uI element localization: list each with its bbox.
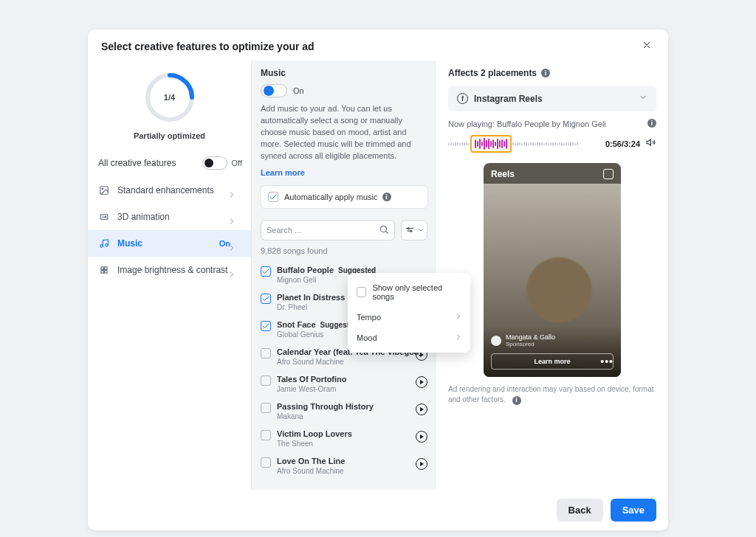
svg-point-6 (106, 244, 109, 247)
instagram-icon: f (457, 93, 468, 104)
sidebar-item-label: Image brightness & contrast (117, 265, 227, 275)
now-playing: Now playing: Buffalo People by Mignon Ge… (448, 119, 656, 129)
camera-icon (603, 169, 614, 179)
info-icon[interactable]: i (541, 69, 550, 77)
modal-title: Select creative features to optimize you… (101, 41, 315, 52)
music-icon (98, 238, 110, 249)
sidebar-item-brightness-contrast[interactable]: Image brightness & contrast (88, 257, 251, 283)
enhancements-icon (98, 184, 110, 196)
auto-apply-row[interactable]: Automatically apply music i (261, 186, 427, 208)
svg-rect-8 (105, 267, 108, 270)
close-button[interactable] (642, 40, 655, 53)
info-icon[interactable]: i (647, 119, 656, 128)
sidebar-item-label: Music (117, 238, 142, 249)
save-button[interactable]: Save (611, 499, 656, 522)
chevron-down-icon (639, 93, 647, 104)
placement-selector[interactable]: f Instagram Reels (448, 86, 656, 111)
reel-preview: Reels Mangata & Gallo Sponsored Learn mo… (484, 163, 621, 377)
audio-waveform-row: 0:56/3:24 (448, 135, 656, 153)
auto-apply-label: Automatically apply music (284, 193, 378, 201)
play-button[interactable] (416, 431, 427, 443)
song-title: Passing Through History (277, 402, 374, 411)
chevron-right-icon (454, 312, 463, 322)
song-artist: Afro Sound Machine (277, 467, 345, 475)
song-checkbox[interactable] (261, 294, 271, 304)
info-icon[interactable]: i (512, 396, 521, 405)
filter-popover: Show only selected songs Tempo Mood (348, 273, 470, 353)
disclaimer: Ad rendering and interaction may vary ba… (448, 384, 656, 405)
progress-caption: Partially optimized (134, 131, 205, 140)
svg-rect-10 (105, 271, 108, 274)
sidebar: 1/4 Partially optimized All creative fea… (88, 60, 252, 490)
filter-tempo[interactable]: Tempo (348, 307, 470, 328)
song-title: Snot FaceSuggested (277, 320, 358, 329)
song-artist: Jamie West-Oram (277, 385, 347, 393)
song-checkbox[interactable] (261, 403, 271, 413)
sidebar-item-music[interactable]: Music On (88, 230, 251, 257)
song-title: Tales Of Portofino (277, 375, 347, 384)
song-title: Victim Loop Lovers (277, 429, 352, 438)
svg-point-11 (380, 226, 386, 232)
search-icon (379, 224, 389, 236)
song-checkbox[interactable] (261, 457, 271, 468)
sidebar-item-label: Standard enhancements (117, 185, 214, 195)
progress-fraction: 1/4 (143, 71, 196, 124)
song-artist: Global Genius (277, 330, 358, 339)
preview-user: Mangata & Gallo (506, 333, 555, 341)
music-toggle[interactable] (261, 84, 287, 97)
svg-rect-7 (101, 267, 104, 270)
song-row[interactable]: Love On The LineAfro Sound Machine (261, 452, 427, 479)
info-icon[interactable]: i (382, 193, 391, 201)
filter-mood[interactable]: Mood (348, 328, 470, 348)
song-search-input[interactable]: Search ... (261, 220, 395, 240)
reels-label: Reels (491, 169, 515, 179)
brightness-icon (98, 264, 110, 276)
checkbox-icon (357, 287, 366, 297)
song-row[interactable]: Tales Of PortofinoJamie West-Oram (261, 370, 427, 398)
preview-sponsor: Sponsored (506, 341, 555, 347)
filter-button[interactable] (401, 220, 427, 240)
song-row[interactable]: Passing Through HistoryMakana (261, 398, 427, 425)
svg-point-3 (102, 188, 103, 190)
song-row[interactable]: Victim Loop LoversThe Sheen (261, 425, 427, 452)
play-button[interactable] (416, 376, 427, 388)
learn-more-link[interactable]: Learn more (261, 168, 305, 177)
audio-waveform[interactable] (448, 135, 599, 153)
back-button[interactable]: Back (557, 499, 603, 522)
song-title: Love On The Line (277, 457, 345, 465)
preview-cta[interactable]: Learn more (491, 353, 614, 370)
affects-label: Affects 2 placements i (448, 68, 656, 78)
music-section-title: Music (261, 68, 427, 78)
song-checkbox[interactable] (261, 348, 271, 358)
creative-features-modal: Select creative features to optimize you… (88, 30, 668, 530)
song-checkbox[interactable] (261, 266, 271, 277)
song-checkbox[interactable] (261, 375, 271, 386)
checkbox-checked-icon (268, 192, 278, 202)
songs-found-label: 9,828 songs found (261, 246, 427, 255)
svg-point-5 (100, 245, 103, 248)
chevron-right-icon (454, 333, 463, 343)
sidebar-item-standard-enhancements[interactable]: Standard enhancements (88, 177, 251, 204)
song-artist: Makana (277, 412, 374, 420)
svg-rect-4 (100, 215, 107, 220)
all-features-toggle[interactable] (202, 156, 227, 170)
song-artist: The Sheen (277, 440, 352, 448)
song-checkbox[interactable] (261, 430, 271, 440)
modal-header: Select creative features to optimize you… (88, 30, 668, 60)
sidebar-item-label: 3D animation (117, 212, 170, 222)
audio-time: 0:56/3:24 (605, 139, 640, 148)
song-artist: Afro Sound Machine (277, 358, 422, 366)
progress-section: 1/4 Partially optimized (88, 65, 251, 152)
volume-icon[interactable] (646, 137, 656, 150)
music-toggle-label: On (293, 86, 304, 95)
song-checkbox[interactable] (261, 321, 271, 331)
toggle-off-label: Off (232, 159, 242, 167)
waveform-selection[interactable] (470, 135, 512, 153)
search-placeholder: Search ... (267, 226, 301, 235)
sidebar-item-3d-animation[interactable]: 3D animation (88, 204, 251, 230)
filter-show-selected[interactable]: Show only selected songs (348, 277, 470, 307)
play-button[interactable] (416, 458, 427, 470)
preview-panel: Affects 2 placements i f Instagram Reels… (436, 60, 668, 490)
music-settings-panel: Music On Add music to your ad. You can l… (252, 60, 436, 490)
play-button[interactable] (416, 403, 427, 415)
